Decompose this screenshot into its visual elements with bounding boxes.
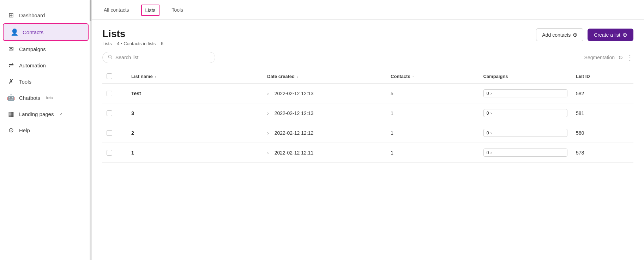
row-contacts-3: 1: [386, 123, 479, 143]
page-header: Lists Lists – 4 • Contacts in lists – 6 …: [92, 20, 644, 52]
row-expand-icon-4[interactable]: ›: [267, 150, 269, 156]
sidebar-item-dashboard[interactable]: ⊞ Dashboard: [0, 7, 91, 23]
segmentation-label: Segmentation: [584, 55, 615, 60]
table-row: 2 › 2022-02-12 12:12 1 0 › 580: [102, 123, 633, 143]
header-actions: Add contacts ⊕ Create a list ⊕: [536, 28, 633, 41]
landing-pages-icon: ▦: [7, 110, 15, 118]
select-all-checkbox[interactable]: [107, 73, 112, 79]
row-campaigns-3: 0 ›: [479, 123, 572, 143]
header-contacts: Contacts ↑: [386, 69, 479, 84]
row-list-name-3[interactable]: 2: [127, 123, 263, 143]
sidebar-item-landing-pages[interactable]: ▦ Landing pages ↗: [0, 106, 91, 122]
campaign-badge-3[interactable]: 0 ›: [483, 129, 568, 137]
row-expand-icon-1[interactable]: ›: [267, 91, 269, 96]
filter-right: Segmentation ↻ ⋮: [584, 53, 633, 62]
more-options-icon[interactable]: ⋮: [626, 53, 633, 62]
table-wrapper: List name ↑ Date created ↓ Contacts ↑ Ca…: [102, 69, 633, 163]
sidebar-item-campaigns[interactable]: ✉ Campaigns: [0, 41, 91, 57]
sidebar-scrollbar-thumb: [90, 0, 91, 21]
automation-icon: ⇌: [7, 61, 15, 69]
add-contacts-icon: ⊕: [573, 31, 577, 38]
search-icon: [108, 54, 113, 61]
main-content: All contactsListsTools Lists Lists – 4 •…: [92, 0, 644, 260]
row-contacts-4: 1: [386, 143, 479, 163]
sidebar-item-badge-chatbots: beta: [46, 96, 53, 100]
svg-line-1: [111, 58, 112, 59]
campaign-chevron-2: ›: [490, 111, 492, 116]
row-contacts-1: 5: [386, 84, 479, 103]
row-list-id-1: 582: [572, 84, 633, 103]
subtitle-contacts: Contacts in lists – 6: [124, 41, 163, 46]
campaign-chevron-1: ›: [490, 91, 492, 96]
row-checkbox-3[interactable]: [107, 130, 112, 136]
row-list-id-3: 580: [572, 123, 633, 143]
campaign-badge-1[interactable]: 0 ›: [483, 89, 568, 97]
page-title-section: Lists Lists – 4 • Contacts in lists – 6: [102, 28, 163, 46]
row-check-col: [102, 84, 127, 103]
campaign-chevron-4: ›: [490, 150, 492, 155]
row-expand-icon-3[interactable]: ›: [267, 130, 269, 136]
sidebar-scrollbar: [90, 0, 91, 260]
page-subtitle: Lists – 4 • Contacts in lists – 6: [102, 41, 163, 46]
refresh-icon[interactable]: ↻: [618, 54, 623, 61]
sidebar-item-automation[interactable]: ⇌ Automation: [0, 57, 91, 73]
contacts-sort-icon: ↑: [412, 75, 414, 79]
dashboard-icon: ⊞: [7, 11, 15, 19]
sidebar-item-tools[interactable]: ✗ Tools: [0, 73, 91, 90]
table-row: 1 › 2022-02-12 12:11 1 0 › 578: [102, 143, 633, 163]
row-expand-icon-2[interactable]: ›: [267, 110, 269, 116]
tab-tools[interactable]: Tools: [170, 1, 185, 19]
row-check-col: [102, 103, 127, 123]
content-area: Segmentation ↻ ⋮ List name ↑: [92, 52, 644, 260]
sidebar-item-contacts[interactable]: 👤 Contacts: [3, 23, 89, 41]
create-list-label: Create a list: [594, 32, 620, 38]
sidebar-item-chatbots[interactable]: 🤖 Chatbots beta: [0, 90, 91, 106]
search-input[interactable]: [115, 55, 210, 60]
sidebar-item-label-contacts: Contacts: [23, 29, 43, 35]
campaign-badge-2[interactable]: 0 ›: [483, 109, 568, 117]
chatbots-icon: 🤖: [7, 94, 15, 102]
row-campaigns-2: 0 ›: [479, 103, 572, 123]
create-list-button[interactable]: Create a list ⊕: [588, 29, 633, 41]
page-title: Lists: [102, 28, 163, 40]
row-checkbox-4[interactable]: [107, 150, 112, 156]
search-filter-row: Segmentation ↻ ⋮: [102, 52, 633, 63]
sidebar-item-badge-landing-pages: ↗: [59, 112, 62, 116]
add-contacts-label: Add contacts: [542, 32, 571, 38]
date-sort-icon: ↓: [297, 75, 299, 79]
subtitle-lists: Lists – 4: [102, 41, 119, 46]
row-checkbox-1[interactable]: [107, 91, 112, 96]
search-box: [102, 52, 215, 63]
campaign-chevron-3: ›: [490, 131, 492, 135]
contacts-icon: 👤: [11, 28, 18, 36]
table-body: Test › 2022-02-12 12:13 5 0 › 582 3 ›: [102, 84, 633, 163]
tab-all-contacts[interactable]: All contacts: [102, 1, 131, 19]
row-date-4: › 2022-02-12 12:11: [263, 143, 386, 163]
row-date-1: › 2022-02-12 12:13: [263, 84, 386, 103]
sidebar-item-help[interactable]: ⊙ Help: [0, 122, 91, 138]
row-list-name-4[interactable]: 1: [127, 143, 263, 163]
row-date-value-1: 2022-02-12 12:13: [275, 91, 314, 96]
row-list-name-2[interactable]: 3: [127, 103, 263, 123]
tab-lists[interactable]: Lists: [141, 5, 160, 16]
table-row: Test › 2022-02-12 12:13 5 0 › 582: [102, 84, 633, 103]
row-list-id-2: 581: [572, 103, 633, 123]
row-date-value-4: 2022-02-12 12:11: [275, 150, 314, 156]
row-campaigns-4: 0 ›: [479, 143, 572, 163]
subtitle-separator: •: [121, 41, 124, 46]
tools-icon: ✗: [7, 78, 15, 85]
row-checkbox-2[interactable]: [107, 110, 112, 116]
sidebar-scroll: ⊞ Dashboard 👤 Contacts ✉ Campaigns ⇌ Aut…: [0, 7, 91, 253]
add-contacts-button[interactable]: Add contacts ⊕: [536, 28, 583, 41]
header-list-name: List name ↑: [127, 69, 263, 84]
campaigns-icon: ✉: [7, 45, 15, 53]
table-header: List name ↑ Date created ↓ Contacts ↑ Ca…: [102, 69, 633, 84]
row-check-col: [102, 123, 127, 143]
campaign-badge-4[interactable]: 0 ›: [483, 149, 568, 157]
table-row: 3 › 2022-02-12 12:13 1 0 › 581: [102, 103, 633, 123]
row-list-name-1[interactable]: Test: [127, 84, 263, 103]
row-list-id-4: 578: [572, 143, 633, 163]
tab-bar: All contactsListsTools: [92, 0, 644, 20]
header-campaigns: Campaigns: [479, 69, 572, 84]
list-name-sort-icon: ↑: [155, 75, 156, 79]
